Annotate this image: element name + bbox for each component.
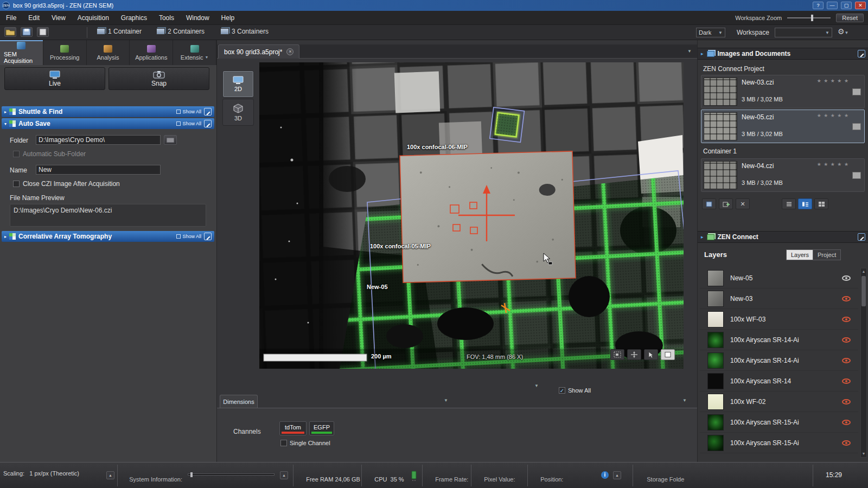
tab-project[interactable]: Project [813,249,841,260]
close-button[interactable]: ✕ [855,2,866,9]
two-containers-button[interactable]: 2 Containers [153,27,208,36]
tab-applications[interactable]: Applications [130,40,173,65]
name-input[interactable] [36,165,161,175]
workspace-settings-gear-icon[interactable]: ⚙▼ [838,27,848,36]
menu-tools[interactable]: Tools [153,11,180,24]
collapse-chevron-icon[interactable]: ▸ [701,51,704,56]
layers-scrollbar[interactable]: ▲ ▼ [860,268,867,458]
tab-extensions[interactable]: Extensic▼ [173,40,216,65]
shuttle-find-edit-icon[interactable] [204,108,212,115]
visibility-eye-icon[interactable] [842,337,851,343]
layer-row-new-05[interactable]: New-05 [700,268,858,288]
live-button[interactable]: Live [4,67,105,90]
layer-row-airyscan-14a[interactable]: 100x Airyscan SR-14-Ai [700,330,858,350]
visibility-eye-icon[interactable] [842,317,851,322]
layer-row-new-03[interactable]: New-03 [700,288,858,309]
list-view-button[interactable] [782,198,796,209]
workspace-zoom-reset-button[interactable]: Reset [836,14,864,22]
dimensions-chevron-icon[interactable]: ▼ [444,398,448,403]
image-item-new-05[interactable]: New-05.czi ★ ★ ★ ★ ★ 3 MB / 3,02 MB [701,110,865,143]
shuttle-find-show-all[interactable]: Show All [176,109,201,114]
scaling-expand-button[interactable]: ▲ [106,471,114,479]
viewer-options-chevron-icon[interactable]: ▼ [534,383,539,388]
collapse-chevron-icon[interactable]: ▸ [4,110,7,114]
document-tab-close-icon[interactable]: × [286,48,293,55]
automatic-subfolder-checkbox[interactable] [13,151,20,157]
save-icon[interactable] [21,27,33,37]
layer-row-airyscan-15b[interactable]: 100x Airyscan SR-15-Ai [700,433,858,453]
tab-layers[interactable]: Layers [786,249,814,260]
image-item-new-03[interactable]: New-03.czi ★ ★ ★ ★ ★ 3 MB / 3,02 MB [701,75,865,108]
auto-save-edit-icon[interactable] [204,120,212,127]
menu-window[interactable]: Window [180,11,215,24]
close-czi-checkbox[interactable] [13,181,20,187]
minimize-button[interactable]: — [827,2,838,9]
maximize-button[interactable]: ▢ [841,2,852,9]
layer-row-airyscan-14[interactable]: 100x Airyscan SR-14 [700,371,858,391]
auto-save-section-header[interactable]: ▾ Auto Save Show All [2,118,214,129]
workspace-select[interactable]: ▼ [775,28,832,37]
tab-processing[interactable]: Processing [43,40,87,65]
three-containers-button[interactable]: 3 Containers [217,27,272,36]
single-channel-checkbox[interactable]: Single Channel [280,440,330,446]
theme-select[interactable]: Dark▼ [696,28,725,37]
browse-folder-button[interactable] [164,135,177,145]
delete-document-button[interactable]: ✕ [736,198,750,209]
item-lut-button[interactable] [852,172,861,179]
new-document-icon[interactable] [37,27,49,37]
add-container-button[interactable] [719,198,733,209]
pan-tool-button[interactable] [627,349,641,360]
visibility-eye-icon[interactable] [842,440,851,446]
correlative-edit-icon[interactable] [204,233,212,240]
folder-input[interactable] [36,135,161,145]
scroll-up-icon[interactable]: ▲ [861,268,866,275]
collapse-chevron-icon[interactable]: ▸ [4,234,7,239]
visibility-eye-icon[interactable] [842,378,851,384]
help-button[interactable]: ? [813,2,824,9]
layer-row-airyscan-15a[interactable]: 100x Airyscan SR-15-Ai [700,412,858,433]
system-info-expand-button[interactable]: ▲ [280,471,288,479]
info-icon[interactable]: i [601,471,609,479]
rating-stars[interactable]: ★ ★ ★ ★ ★ [817,113,849,118]
tile-view-button[interactable] [610,349,624,360]
document-tab[interactable]: box 90 grid3.a5proj* × [218,44,299,59]
images-documents-header[interactable]: ▸ Images and Documents [698,48,868,60]
panel-chevron-icon[interactable]: ▼ [682,398,687,403]
zen-connect-header[interactable]: ▸ ZEN Connect [698,231,868,243]
collapse-chevron-icon[interactable]: ▾ [4,121,7,126]
collapse-chevron-icon[interactable]: ▸ [701,234,704,240]
rating-stars[interactable]: ★ ★ ★ ★ ★ [817,78,849,84]
zen-connect-edit-icon[interactable] [858,233,865,241]
visibility-eye-icon[interactable] [842,358,851,363]
detail-view-button[interactable] [798,198,812,209]
channel-tdtom-button[interactable]: tdTom [279,421,307,435]
save-document-button[interactable] [702,198,716,209]
layer-row-wf-03[interactable]: 100x WF-03 [700,309,858,330]
correlative-section-header[interactable]: ▸ Correlative Array Tomography Show All [2,231,214,242]
tab-dimensions[interactable]: Dimensions [220,395,258,408]
image-viewer-canvas[interactable]: 100x confocal-06-MIP 100x confocal-05-MI… [259,62,684,369]
tab-list-chevron-icon[interactable]: ▼ [687,49,692,54]
menu-help[interactable]: Help [215,11,241,24]
visibility-eye-icon[interactable] [842,399,851,404]
image-item-new-04[interactable]: New-04.czi ★ ★ ★ ★ ★ 3 MB / 3,02 MB [701,158,865,192]
snap-button[interactable]: Snap [108,67,209,90]
tab-sem-acquisition[interactable]: SEM Acquisition [0,40,43,65]
channel-egfp-button[interactable]: EGFP [309,421,334,435]
auto-save-show-all[interactable]: Show All [176,121,201,126]
tab-analysis[interactable]: Analysis [87,40,130,65]
correlative-show-all[interactable]: Show All [176,234,201,239]
layer-row-wf-02[interactable]: 100x WF-02 [700,391,858,412]
open-file-icon[interactable] [4,27,16,37]
scrollbar-thumb[interactable] [861,276,866,306]
menu-file[interactable]: File [0,11,22,24]
visibility-eye-icon[interactable] [842,275,851,281]
menu-edit[interactable]: Edit [22,11,46,24]
images-documents-edit-icon[interactable] [858,50,865,57]
thumbnail-view-button[interactable] [814,198,828,209]
progress-slider[interactable] [188,473,275,476]
scroll-down-icon[interactable]: ▼ [861,451,866,457]
visibility-eye-icon[interactable] [842,420,851,425]
view-3d-button[interactable]: 3D [222,99,254,126]
view-2d-button[interactable]: 2D [222,70,254,98]
